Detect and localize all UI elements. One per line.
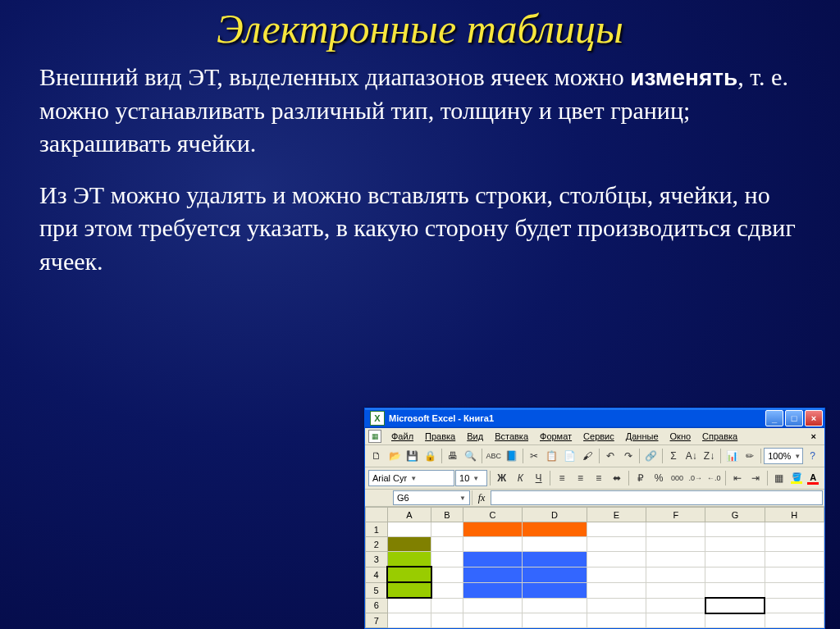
cell[interactable] [523,582,587,598]
name-box[interactable]: G6 ▼ [393,490,470,505]
new-icon[interactable]: 🗋 [368,447,386,465]
cell[interactable] [523,552,587,567]
paste-icon[interactable]: 📄 [561,447,578,465]
cell[interactable] [523,522,587,537]
cell[interactable] [523,598,587,613]
cell[interactable] [387,552,431,567]
hyperlink-icon[interactable]: 🔗 [642,447,660,465]
zoom-combo[interactable]: 100% ▼ [764,448,803,464]
col-header-C[interactable]: C [463,508,522,522]
col-header-A[interactable]: A [387,508,431,522]
minimize-button[interactable]: _ [765,410,783,426]
cell[interactable] [587,522,646,537]
cell[interactable] [387,537,431,552]
cell[interactable] [587,598,646,613]
cell[interactable] [587,613,646,628]
cell[interactable] [765,598,824,613]
cell[interactable] [646,598,705,613]
format-painter-icon[interactable]: 🖌 [579,447,596,465]
cell[interactable] [431,613,463,628]
menu-format[interactable]: Формат [535,431,577,442]
menu-tools[interactable]: Сервис [578,431,619,442]
row-header-6[interactable]: 6 [366,598,388,613]
cell[interactable] [646,552,705,567]
col-header-E[interactable]: E [587,508,646,522]
row-header-7[interactable]: 7 [366,613,388,628]
sort-asc-icon[interactable]: A↓ [682,447,700,465]
cell[interactable] [705,567,765,582]
font-color-button[interactable]: A [805,470,820,486]
cell[interactable] [463,567,522,582]
col-header-B[interactable]: B [431,508,463,522]
menu-file[interactable]: Файл [386,431,418,442]
currency-icon[interactable]: ₽ [632,469,649,487]
cell[interactable] [765,613,824,628]
save-icon[interactable]: 💾 [404,447,421,465]
redo-icon[interactable]: ↷ [619,447,637,465]
borders-icon[interactable]: ▦ [770,469,788,487]
cell[interactable] [587,582,646,598]
menu-edit[interactable]: Правка [420,431,460,442]
col-header-G[interactable]: G [705,508,765,522]
cell[interactable] [646,582,705,598]
formula-input[interactable] [491,490,823,505]
cell[interactable] [705,522,765,537]
align-right-icon[interactable]: ≡ [590,469,607,487]
col-header-H[interactable]: H [765,508,824,522]
bold-button[interactable]: Ж [493,469,510,487]
open-icon[interactable]: 📂 [386,447,404,465]
increase-indent-icon[interactable]: ⇥ [746,469,764,487]
cell[interactable] [431,582,463,598]
fx-button[interactable]: fx [472,490,491,505]
spelling-icon[interactable]: ABC [485,447,502,465]
research-icon[interactable]: 📘 [503,447,520,465]
decrease-decimal-icon[interactable]: ←.0 [705,469,723,487]
cell[interactable] [765,522,824,537]
row-header-5[interactable]: 5 [366,582,388,598]
cell[interactable] [463,582,522,598]
permission-icon[interactable]: 🔒 [422,447,439,465]
comma-icon[interactable]: 000 [669,469,686,487]
print-preview-icon[interactable]: 🔍 [463,447,480,465]
row-header-2[interactable]: 2 [366,537,388,552]
cell[interactable] [387,598,431,613]
cell[interactable] [587,567,646,582]
cell[interactable] [463,613,522,628]
cell[interactable] [765,567,824,582]
underline-button[interactable]: Ч [530,469,547,487]
cell[interactable] [431,567,463,582]
chart-icon[interactable]: 📊 [724,447,741,465]
fill-color-button[interactable]: 🪣 [788,470,804,486]
row-header-4[interactable]: 4 [366,567,388,582]
maximize-button[interactable]: □ [785,410,803,426]
decrease-indent-icon[interactable]: ⇤ [728,469,746,487]
close-button[interactable]: × [805,410,823,426]
cell[interactable] [646,613,705,628]
cell[interactable] [463,552,522,567]
col-header-F[interactable]: F [646,508,705,522]
print-icon[interactable]: 🖶 [445,447,462,465]
cell[interactable] [387,567,431,582]
cell[interactable] [523,537,587,552]
cell[interactable] [523,613,587,628]
copy-icon[interactable]: 📋 [543,447,560,465]
align-center-icon[interactable]: ≡ [572,469,589,487]
merge-center-icon[interactable]: ⬌ [609,469,626,487]
select-all-corner[interactable] [366,508,388,522]
cell[interactable] [431,537,463,552]
cell[interactable] [587,552,646,567]
cell[interactable] [431,598,463,613]
cut-icon[interactable]: ✂ [526,447,543,465]
row-header-3[interactable]: 3 [366,552,388,567]
italic-button[interactable]: К [512,469,529,487]
cell[interactable] [705,613,765,628]
spreadsheet-grid[interactable]: A B C D E F G H 1 2 [365,507,824,628]
cell[interactable] [387,613,431,628]
cell[interactable] [523,567,587,582]
cell[interactable] [646,567,705,582]
menu-insert[interactable]: Вставка [490,431,533,442]
cell[interactable] [463,537,522,552]
cell[interactable] [387,582,431,598]
cell[interactable] [705,552,765,567]
cell[interactable] [431,552,463,567]
